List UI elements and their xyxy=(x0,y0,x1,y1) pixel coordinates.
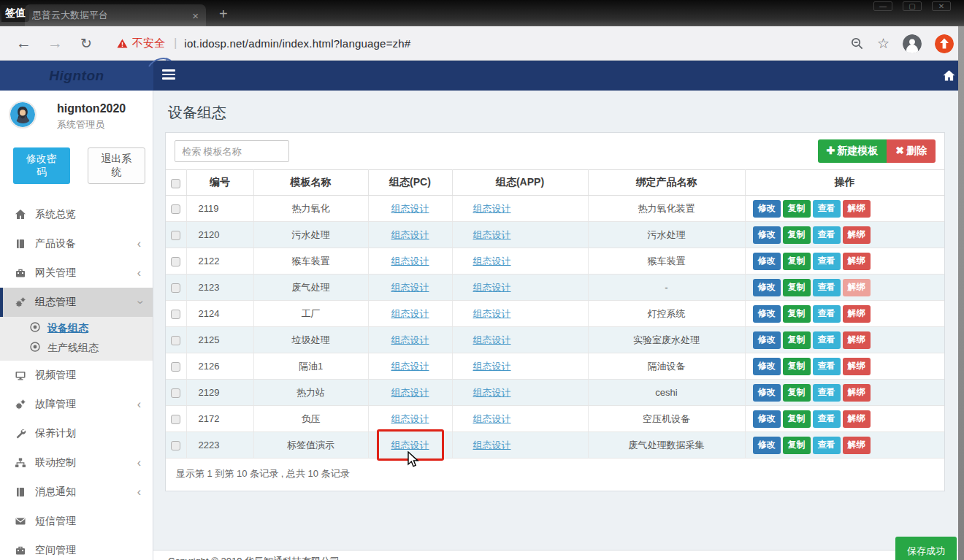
view-button[interactable]: 查看 xyxy=(813,305,841,323)
copy-button[interactable]: 复制 xyxy=(783,200,811,218)
row-checkbox-cell[interactable] xyxy=(166,301,186,327)
copy-button[interactable]: 复制 xyxy=(783,305,811,323)
app-design-link[interactable]: 组态设计 xyxy=(473,229,511,240)
pc-design-link[interactable]: 组态设计 xyxy=(391,361,429,372)
edit-button[interactable]: 修改 xyxy=(753,200,781,218)
pc-design-link[interactable]: 组态设计 xyxy=(391,334,429,345)
row-checkbox[interactable] xyxy=(171,388,180,398)
row-checkbox[interactable] xyxy=(171,415,180,424)
edit-button[interactable]: 修改 xyxy=(753,305,781,323)
back-icon[interactable]: ← xyxy=(16,34,31,52)
reload-icon[interactable]: ↻ xyxy=(80,35,92,52)
unbind-button[interactable]: 解绑 xyxy=(843,358,871,375)
view-button[interactable]: 查看 xyxy=(813,200,841,218)
app-design-link[interactable]: 组态设计 xyxy=(473,361,511,372)
row-checkbox-cell[interactable] xyxy=(166,327,186,353)
row-checkbox-cell[interactable] xyxy=(166,380,186,406)
pc-design-link[interactable]: 组态设计 xyxy=(391,440,429,450)
app-design-link[interactable]: 组态设计 xyxy=(473,334,511,345)
sidebar-item[interactable]: 产品设备‹ xyxy=(0,229,153,258)
view-button[interactable]: 查看 xyxy=(813,358,841,375)
view-button[interactable]: 查看 xyxy=(813,279,841,296)
unbind-button[interactable]: 解绑 xyxy=(843,200,871,218)
unbind-button[interactable]: 解绑 xyxy=(843,305,871,323)
row-checkbox[interactable] xyxy=(171,310,180,319)
tab-close-icon[interactable]: × xyxy=(192,9,199,22)
sidebar-item[interactable]: 网关管理‹ xyxy=(0,258,153,288)
view-button[interactable]: 查看 xyxy=(813,410,841,428)
maximize-icon[interactable]: ▢ xyxy=(903,1,922,11)
copy-button[interactable]: 复制 xyxy=(783,437,811,454)
view-button[interactable]: 查看 xyxy=(813,331,841,349)
edit-button[interactable]: 修改 xyxy=(753,279,781,296)
row-checkbox[interactable] xyxy=(171,204,180,214)
copy-button[interactable]: 复制 xyxy=(783,358,811,375)
change-password-button[interactable]: 修改密码 xyxy=(13,147,70,184)
select-all-checkbox[interactable] xyxy=(171,179,180,188)
unbind-button[interactable]: 解绑 xyxy=(843,384,871,402)
sidebar-item[interactable]: 组态管理‹ xyxy=(0,288,153,317)
copy-button[interactable]: 复制 xyxy=(783,410,811,428)
row-checkbox[interactable] xyxy=(171,231,180,240)
app-design-link[interactable]: 组态设计 xyxy=(473,308,511,319)
unbind-button[interactable]: 解绑 xyxy=(843,437,871,454)
unbind-button[interactable]: 解绑 xyxy=(843,253,871,270)
close-icon[interactable]: ✕ xyxy=(932,1,951,11)
new-tab-button[interactable]: + xyxy=(219,7,228,21)
profile-avatar-icon[interactable] xyxy=(903,34,922,53)
app-design-link[interactable]: 组态设计 xyxy=(473,203,511,214)
copy-button[interactable]: 复制 xyxy=(783,331,811,349)
window-controls[interactable]: —▢✕ xyxy=(873,1,951,11)
forward-icon[interactable]: → xyxy=(47,34,63,52)
browser-tab[interactable]: 思普云大数据平台 × xyxy=(25,4,206,26)
unbind-button[interactable]: 解绑 xyxy=(843,279,871,296)
row-checkbox[interactable] xyxy=(171,283,180,293)
row-checkbox-cell[interactable] xyxy=(166,222,186,248)
sidebar-toggle-icon[interactable] xyxy=(162,69,175,82)
edit-button[interactable]: 修改 xyxy=(753,437,781,454)
sidebar-item[interactable]: 故障管理‹ xyxy=(0,390,153,419)
view-button[interactable]: 查看 xyxy=(813,226,841,244)
edit-button[interactable]: 修改 xyxy=(753,358,781,375)
row-checkbox-cell[interactable] xyxy=(166,275,186,301)
bookmark-star-icon[interactable]: ☆ xyxy=(877,35,890,52)
pc-design-link[interactable]: 组态设计 xyxy=(391,203,429,214)
row-checkbox-cell[interactable] xyxy=(166,248,186,275)
new-template-button[interactable]: ✚新建模板 xyxy=(818,139,887,163)
row-checkbox[interactable] xyxy=(171,441,180,450)
url-text[interactable]: iot.idosp.net/admin/index.html?language=… xyxy=(184,37,410,50)
minimize-icon[interactable]: — xyxy=(873,1,892,11)
sidebar-item[interactable]: 联动控制‹ xyxy=(0,448,153,477)
copy-button[interactable]: 复制 xyxy=(783,279,811,296)
update-icon[interactable] xyxy=(935,34,954,53)
edit-button[interactable]: 修改 xyxy=(753,253,781,270)
delete-button[interactable]: ✖删除 xyxy=(887,139,936,163)
app-design-link[interactable]: 组态设计 xyxy=(473,440,511,450)
sidebar-item[interactable]: 保养计划 xyxy=(0,419,153,448)
pc-design-link[interactable]: 组态设计 xyxy=(391,282,429,293)
view-button[interactable]: 查看 xyxy=(813,384,841,402)
zoom-icon[interactable] xyxy=(850,37,864,50)
app-design-link[interactable]: 组态设计 xyxy=(473,256,511,266)
row-checkbox-cell[interactable] xyxy=(166,406,186,432)
pc-design-link[interactable]: 组态设计 xyxy=(391,308,429,319)
security-warning[interactable]: 不安全 xyxy=(132,37,165,50)
row-checkbox[interactable] xyxy=(171,336,180,345)
row-checkbox[interactable] xyxy=(171,362,180,372)
sidebar-item[interactable]: 空间管理 xyxy=(0,536,153,560)
logo[interactable]: Hignton xyxy=(0,61,153,91)
pc-design-link[interactable]: 组态设计 xyxy=(391,387,429,398)
row-checkbox-cell[interactable] xyxy=(166,353,186,380)
sidebar-item[interactable]: 消息通知‹ xyxy=(0,477,153,507)
sidebar-subitem[interactable]: 生产线组态 xyxy=(0,338,153,358)
pc-design-link[interactable]: 组态设计 xyxy=(391,413,429,424)
sidebar-item[interactable]: 短信管理 xyxy=(0,507,153,536)
copy-button[interactable]: 复制 xyxy=(783,384,811,402)
sidebar-subitem[interactable]: 设备组态 xyxy=(0,318,153,338)
edit-button[interactable]: 修改 xyxy=(753,226,781,244)
app-design-link[interactable]: 组态设计 xyxy=(473,387,511,398)
scrollbar[interactable] xyxy=(958,26,964,560)
row-checkbox[interactable] xyxy=(171,257,180,266)
copy-button[interactable]: 复制 xyxy=(783,226,811,244)
row-checkbox-cell[interactable] xyxy=(166,432,186,459)
